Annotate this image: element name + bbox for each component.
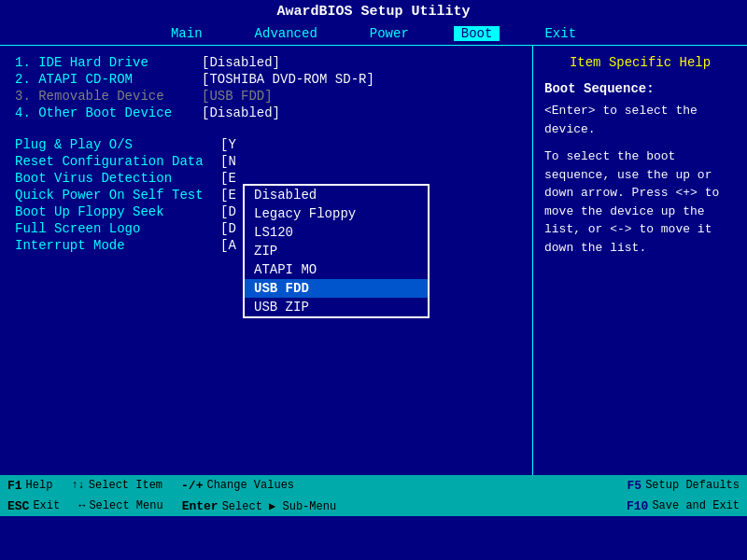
app-title: AwardBIOS Setup Utility — [276, 4, 470, 20]
setting-value: [A — [220, 238, 236, 253]
f1-key: F1 — [7, 479, 22, 493]
dropdown-item[interactable]: Disabled — [245, 186, 428, 204]
enter-desc: Select ▶ Sub-Menu — [222, 499, 336, 513]
setting-label[interactable]: Full Screen Logo — [15, 221, 220, 236]
arrow-leftright-icon: ↔ — [78, 499, 85, 512]
esc-key: ESC — [7, 499, 29, 513]
help-title: Item Specific Help — [544, 55, 736, 70]
boot-item-label[interactable]: 4. Other Boot Device — [15, 105, 202, 120]
dropdown-item[interactable]: LS120 — [245, 223, 428, 242]
setting-row: Plug & Play O/S[Y — [15, 137, 517, 152]
help-text-1: <Enter> to select the device. — [544, 102, 736, 138]
dropdown-item[interactable]: USB ZIP — [245, 298, 428, 316]
menu-item-exit[interactable]: Exit — [537, 26, 584, 41]
boot-item-label: 3. Removable Device — [15, 89, 202, 104]
footer-line-1: F1 Help ↑↓ Select Item -/+ Change Values — [7, 475, 627, 496]
dropdown-item[interactable]: ATAPI MO — [245, 260, 428, 279]
menu-item-advanced[interactable]: Advanced — [247, 26, 325, 41]
boot-item-value: [Disabled] — [202, 55, 280, 70]
boot-item-label[interactable]: 2. ATAPI CD-ROM — [15, 72, 202, 87]
select-menu-desc: Select Menu — [89, 499, 162, 512]
boot-item: 2. ATAPI CD-ROM[TOSHIBA DVD-ROM SD-R] — [15, 72, 517, 87]
help-label: Boot Sequence: — [544, 81, 736, 96]
boot-item: 3. Removable Device[USB FDD] — [15, 89, 517, 104]
select-item-desc: Select Item — [89, 479, 162, 492]
help-text-2: To select the boot sequence, use the up … — [544, 147, 736, 257]
setting-label[interactable]: Boot Virus Detection — [15, 171, 220, 186]
setting-label[interactable]: Reset Configuration Data — [15, 154, 220, 169]
setting-label[interactable]: Quick Power On Self Test — [15, 188, 220, 203]
esc-desc: Exit — [33, 499, 60, 512]
enter-key: Enter — [182, 499, 218, 513]
setting-value: [E — [220, 171, 236, 186]
boot-item-value: [USB FDD] — [202, 89, 273, 104]
footer: F1 Help ↑↓ Select Item -/+ Change Values… — [0, 475, 747, 516]
dropdown-item[interactable]: ZIP — [245, 242, 428, 260]
setting-value: [Y — [220, 137, 236, 152]
arrow-updown-icon: ↑↓ — [71, 479, 84, 492]
setting-label[interactable]: Boot Up Floppy Seek — [15, 204, 220, 219]
dropdown-menu[interactable]: DisabledLegacy FloppyLS120ZIPATAPI MOUSB… — [243, 184, 430, 318]
setting-value: [E — [220, 188, 236, 203]
boot-item: 1. IDE Hard Drive[Disabled] — [15, 55, 517, 70]
menu-item-main[interactable]: Main — [163, 26, 210, 41]
change-values-key: -/+ — [181, 479, 203, 493]
f1-desc: Help — [26, 479, 53, 492]
menu-item-power[interactable]: Power — [362, 26, 416, 41]
footer-left: F1 Help ↑↓ Select Item -/+ Change Values… — [7, 475, 627, 516]
f10-desc: Save and Exit — [652, 499, 740, 512]
setting-value: [D — [220, 204, 236, 219]
menu-bar: MainAdvancedPowerBootExit — [0, 23, 747, 46]
footer-right-line-2: F10 Save and Exit — [627, 496, 740, 516]
f5-key: F5 — [627, 479, 642, 493]
boot-item-label[interactable]: 1. IDE Hard Drive — [15, 55, 202, 70]
footer-right-line-1: F5 Setup Defaults — [627, 475, 740, 496]
boot-item-value: [TOSHIBA DVD-ROM SD-R] — [202, 72, 374, 87]
help-panel: Item Specific Help Boot Sequence: <Enter… — [532, 46, 747, 475]
setting-value: [N — [220, 154, 236, 169]
f5-desc: Setup Defaults — [645, 479, 740, 492]
boot-sequence: 1. IDE Hard Drive[Disabled]2. ATAPI CD-R… — [15, 55, 517, 120]
dropdown-item[interactable]: Legacy Floppy — [245, 204, 428, 223]
main-content: 1. IDE Hard Drive[Disabled]2. ATAPI CD-R… — [0, 46, 747, 475]
setting-label[interactable]: Plug & Play O/S — [15, 137, 220, 152]
setting-label[interactable]: Interrupt Mode — [15, 238, 220, 253]
setting-value: [D — [220, 221, 236, 236]
f10-key: F10 — [627, 499, 648, 513]
title-bar: AwardBIOS Setup Utility — [0, 0, 747, 23]
footer-right: F5 Setup Defaults F10 Save and Exit — [627, 475, 740, 516]
footer-line-2: ESC Exit ↔ Select Menu Enter Select ▶ Su… — [7, 496, 627, 516]
boot-item: 4. Other Boot Device[Disabled] — [15, 105, 517, 120]
boot-item-value: [Disabled] — [202, 105, 280, 120]
dropdown-item[interactable]: USB FDD — [245, 279, 428, 298]
setting-row: Reset Configuration Data[N — [15, 154, 517, 169]
change-values-desc: Change Values — [206, 479, 294, 492]
menu-item-boot[interactable]: Boot — [454, 26, 500, 41]
left-panel: 1. IDE Hard Drive[Disabled]2. ATAPI CD-R… — [0, 46, 532, 475]
